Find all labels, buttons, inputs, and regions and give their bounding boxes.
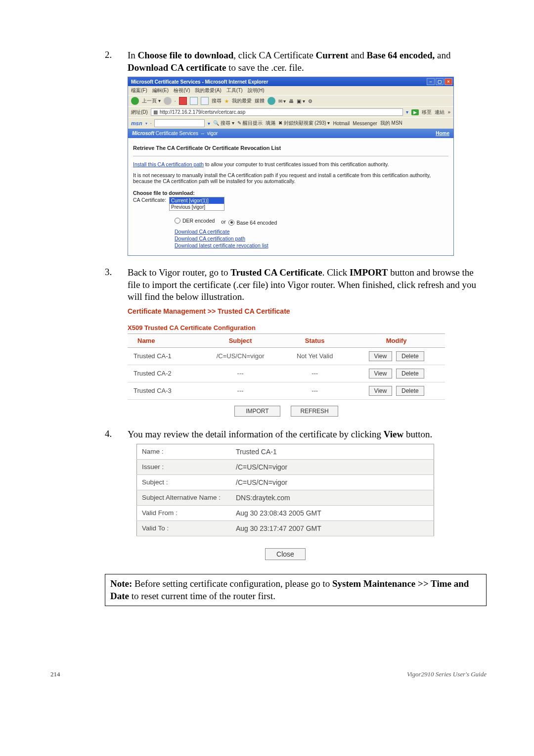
cell-name: Trusted CA-3 — [128, 382, 199, 399]
t: Note: — [110, 578, 132, 589]
choose-label: Choose file to download: — [133, 190, 448, 196]
download-ca-cert-link[interactable]: Download CA certificate — [175, 229, 229, 235]
x509-table: Name Subject Status Modify Trusted CA-1 … — [128, 333, 445, 400]
refresh-icon[interactable] — [190, 97, 198, 105]
download-ca-path-link[interactable]: Download CA certification path — [175, 236, 245, 241]
listbox-option-current[interactable]: Current [vigor(1)] — [170, 197, 224, 204]
search-label[interactable]: 搜尋 — [212, 97, 222, 104]
cell-status: Not Yet Valid — [282, 347, 348, 365]
ie-toolbar: 上一頁 ▾ · 搜尋 ★我的最愛 媒體 ✉ ▾ 🖶 ▣ ▾ ⚙ — [128, 95, 453, 106]
step-number: 3. — [105, 267, 128, 303]
download-crl-link[interactable]: Download latest certificate revocation l… — [175, 242, 268, 248]
toolbar-icon[interactable]: ⚙ — [308, 98, 312, 104]
msn-hotmail[interactable]: Hotmail — [333, 121, 350, 126]
view-button[interactable]: View — [369, 351, 393, 361]
msn-fill[interactable]: 填滿 — [266, 120, 275, 127]
ie-window: Microsoft Certificate Services - Microso… — [128, 77, 454, 256]
home-link[interactable]: Home — [436, 131, 449, 136]
ie-titlebar: Microsoft Certificate Services - Microso… — [128, 77, 453, 86]
step-4: 4. You may review the detail information… — [105, 428, 487, 441]
t: Hotmail — [333, 121, 350, 126]
page-number: 214 — [50, 670, 60, 678]
back-label: 上一頁 ▾ — [142, 97, 161, 104]
delete-button[interactable]: Delete — [396, 386, 424, 396]
radio-icon — [175, 218, 180, 224]
listbox-option-previous[interactable]: Previous [vigor] — [170, 204, 224, 210]
menu-item[interactable]: 工具(T) — [226, 87, 243, 94]
cert-content: Retrieve The CA Certificate Or Certifica… — [128, 138, 453, 255]
t: View — [384, 429, 403, 439]
table-row: Trusted CA-2 --- --- View Delete — [128, 365, 445, 382]
page-icon: ▦ — [153, 109, 158, 115]
toolbar-icon[interactable]: ✉ ▾ — [278, 98, 286, 104]
close-icon[interactable]: × — [445, 78, 452, 85]
refresh-button[interactable]: REFRESH — [291, 406, 338, 417]
view-button[interactable]: View — [369, 386, 393, 396]
t: to allow your computer to trust certific… — [204, 161, 389, 167]
links-label[interactable]: 連結 — [435, 109, 445, 116]
cell-status: --- — [282, 382, 348, 399]
address-input[interactable]: ▦ http://172.16.2.179/certsrv/certcarc.a… — [151, 108, 403, 116]
minimize-icon[interactable]: – — [427, 78, 435, 85]
addr-dropdown-icon[interactable]: ▾ — [406, 109, 408, 115]
toolbar-icon[interactable]: 🖶 — [289, 98, 294, 104]
menu-item[interactable]: 我的最愛(A) — [195, 87, 221, 94]
radio-der[interactable]: DER encoded — [175, 218, 215, 224]
detail-key: Valid To : — [137, 520, 231, 536]
msn-highlight[interactable]: ✎ 醒目提示 — [237, 120, 263, 127]
cell-name: Trusted CA-2 — [128, 365, 199, 382]
detail-key: Subject Alternative Name : — [137, 490, 231, 505]
detail-row: Name :Trusted CA-1 — [137, 444, 434, 459]
col-subject: Subject — [199, 333, 282, 347]
ca-cert-row: CA Certificate: Current [vigor(1)] Previ… — [133, 197, 448, 211]
menu-item[interactable]: 編輯(E) — [152, 87, 169, 94]
ca-cert-listbox[interactable]: Current [vigor(1)] Previous [vigor] — [169, 197, 224, 211]
maximize-icon[interactable]: ▢ — [436, 78, 444, 85]
x509-section: X509 Trusted CA Certificate Configuratio… — [128, 324, 445, 417]
t: Base 64 encoded, — [367, 50, 435, 60]
import-button[interactable]: IMPORT — [234, 406, 280, 417]
cell-modify: View Delete — [348, 365, 445, 382]
msn-my[interactable]: 我的 MSN — [380, 120, 402, 127]
step-2: 2. In Choose file to download, click CA … — [105, 49, 487, 74]
stop-icon[interactable] — [179, 97, 187, 105]
more-icon[interactable]: » — [447, 109, 450, 115]
col-status: Status — [282, 333, 348, 347]
cell-name: Trusted CA-1 — [128, 347, 199, 365]
msn-search-input[interactable] — [154, 119, 205, 127]
go-label: 移至 — [422, 109, 432, 116]
home-icon[interactable] — [201, 97, 209, 105]
fav-star-icon[interactable]: ★ — [224, 98, 229, 104]
detail-row: Valid From :Aug 30 23:08:43 2005 GMT — [137, 505, 434, 520]
toolbar-icon[interactable]: ▣ ▾ — [297, 98, 305, 104]
delete-button[interactable]: Delete — [396, 369, 424, 378]
close-button[interactable]: Close — [265, 548, 306, 560]
cell-status: --- — [282, 365, 348, 382]
step-3: 3. Back to Vigor router, go to Trusted C… — [105, 267, 487, 303]
media-label[interactable]: 媒體 — [255, 97, 265, 104]
step-text: In Choose file to download, click CA Cer… — [128, 49, 487, 74]
msn-messenger[interactable]: Messenger — [353, 121, 377, 126]
menu-item[interactable]: 檔案(F) — [131, 87, 147, 94]
fav-label[interactable]: 我的最愛 — [232, 97, 252, 104]
go-button[interactable]: ▶ — [411, 109, 419, 115]
t: and — [349, 50, 367, 60]
menu-item[interactable]: 檢視(V) — [174, 87, 190, 94]
back-icon[interactable] — [131, 97, 139, 105]
t: 搜尋 — [221, 120, 230, 126]
t: Trusted CA Certificate — [230, 267, 322, 278]
radio-base64[interactable]: Base 64 encoded — [228, 220, 277, 226]
install-path-link[interactable]: Install this CA certification path — [133, 161, 204, 167]
menu-item[interactable]: 說明(H) — [248, 87, 265, 94]
view-button[interactable]: View — [369, 369, 393, 378]
forward-icon[interactable] — [164, 97, 172, 105]
detail-close-row: Close — [136, 548, 434, 560]
dropdown-icon[interactable]: ▾ — [208, 121, 210, 126]
window-buttons: – ▢ × — [427, 78, 452, 85]
delete-button[interactable]: Delete — [396, 351, 424, 361]
history-icon[interactable] — [267, 97, 275, 105]
msn-popup[interactable]: ✖ 封鎖快顯視窗 (293) ▾ — [278, 120, 330, 127]
guide-title: Vigor2910 Series User's Guide — [407, 670, 487, 678]
detail-val: /C=US/CN=vigor — [231, 474, 434, 490]
msn-search[interactable]: 🔍 搜尋 ▾ — [213, 120, 234, 127]
